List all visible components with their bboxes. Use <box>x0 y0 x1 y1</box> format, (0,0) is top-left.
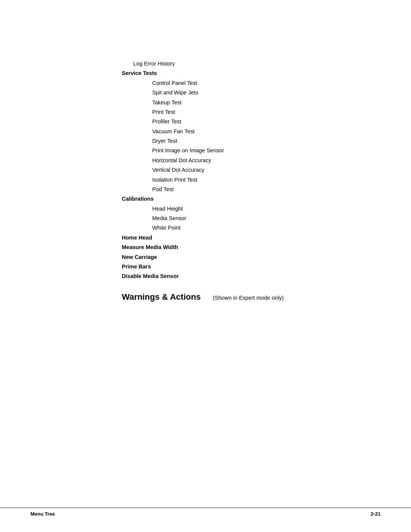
home-head-item: Home Head <box>122 233 381 243</box>
service-test-horizontal-dot: Horizontal Dot Accuracy <box>122 156 381 165</box>
service-test-spit-wipe: Spit and Wipe Jets <box>122 88 381 97</box>
service-tests-heading: Service Tests <box>122 69 381 78</box>
service-test-print: Print Test <box>122 107 381 117</box>
warnings-subtitle: (Shown in Expert mode only) <box>213 295 284 301</box>
calibration-media-sensor: Media Sensor <box>122 214 381 223</box>
warnings-section: Warnings & Actions (Shown in Expert mode… <box>122 292 381 302</box>
service-test-vertical-dot: Vertical Dot Accuracy <box>122 165 381 175</box>
service-test-takeup: Takeup Test <box>122 98 381 107</box>
service-test-profiler: Profiler Test <box>122 117 381 126</box>
service-test-print-image: Print Image on Image Sensor <box>122 146 381 155</box>
measure-media-width-item: Measure Media Width <box>122 243 381 252</box>
log-error-history-item: Log Error History <box>122 59 381 69</box>
content-area: Log Error History Service Tests Control … <box>0 0 411 302</box>
page: Log Error History Service Tests Control … <box>0 0 411 532</box>
footer: Menu Tree 2-21 <box>0 508 411 517</box>
prime-bars-item: Prime Bars <box>122 262 381 272</box>
service-test-control-panel: Control Panel Test <box>122 78 381 88</box>
disable-media-sensor-item: Disable Media Sensor <box>122 272 381 281</box>
new-carriage-item: New Carriage <box>122 252 381 262</box>
calibration-white-point: White Point <box>122 223 381 233</box>
service-test-vacuum-fan: Vacuum Fan Test <box>122 127 381 136</box>
calibration-head-height: Head Height <box>122 204 381 214</box>
service-test-pod: Pod Test <box>122 185 381 194</box>
footer-page-number: 2-21 <box>371 511 381 517</box>
service-test-dryer: Dryer Test <box>122 136 381 146</box>
warnings-title: Warnings & Actions <box>122 292 201 302</box>
calibrations-heading: Calibrations <box>122 194 381 204</box>
footer-left-label: Menu Tree <box>30 511 55 517</box>
service-test-isolation: Isolation Print Test <box>122 175 381 185</box>
